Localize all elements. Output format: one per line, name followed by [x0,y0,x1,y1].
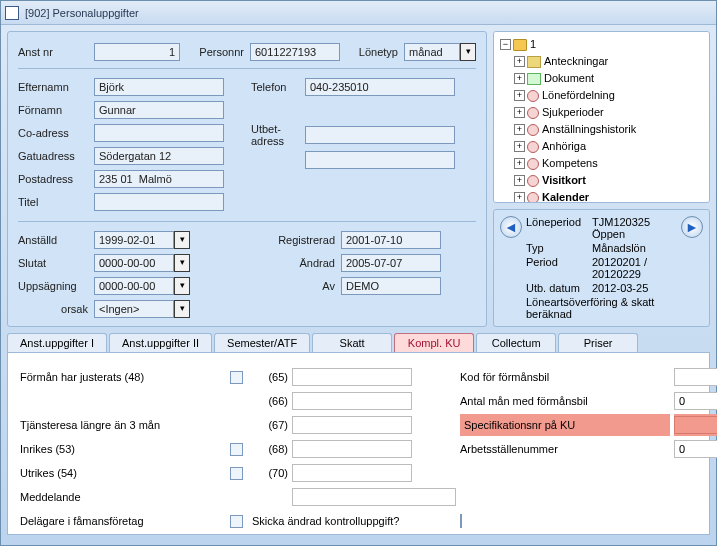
utbetadress1-input[interactable] [305,126,455,144]
prev-period-button[interactable]: ◄ [500,216,522,238]
label-meddelande: Meddelande [20,491,220,503]
uppsagning-dropdown-icon[interactable]: ▾ [174,277,190,295]
delagare-checkbox[interactable] [230,515,243,528]
ppl-icon [527,192,539,204]
label-arbets: Arbetsställenummer [460,443,670,455]
av-field [341,277,441,295]
anstnr-input[interactable] [94,43,180,61]
skicka-checkbox[interactable] [460,514,462,528]
utrikes-checkbox[interactable] [230,467,243,480]
tree-item[interactable]: +Anställningshistorik [514,121,703,138]
tab-semester-atf[interactable]: Semester/ATF [214,333,310,352]
label-70: (70) [252,467,288,479]
expand-icon[interactable]: + [514,124,525,135]
inrikes-checkbox[interactable] [230,443,243,456]
slutat-dropdown-icon[interactable]: ▾ [174,254,190,272]
personnr-input[interactable] [250,43,340,61]
code68-input[interactable] [292,440,412,458]
form-panel: Anst nr Personnr Lönetyp ▾ Efternamn [7,31,487,327]
tree-view[interactable]: − 1 +Anteckningar+Dokument+Lönefördelnin… [493,31,710,203]
forman-checkbox[interactable] [230,371,243,384]
label-registrerad: Registrerad [251,234,341,246]
tree-item[interactable]: +Kompetens [514,155,703,172]
tree-root[interactable]: − 1 [500,36,703,53]
doc-icon [527,73,541,85]
expand-icon[interactable]: + [514,158,525,169]
label-tjansteresa: Tjänsteresa längre än 3 mån [20,419,220,431]
code70-input[interactable] [292,464,412,482]
label-postadress: Postadress [18,173,94,185]
orsak-dropdown-icon[interactable]: ▾ [174,300,190,318]
expand-icon[interactable]: + [514,141,525,152]
expand-icon[interactable]: + [514,107,525,118]
spec-input[interactable] [674,416,717,434]
uppsagning-date[interactable] [94,277,174,295]
value-period: 20120201 / 20120229 [592,256,677,280]
label-orsak: orsak [18,303,94,315]
arbets-input[interactable] [674,440,717,458]
ppl-icon [527,158,539,170]
expand-icon[interactable]: + [514,175,525,186]
label-antal: Antal mån med förmånsbil [460,395,670,407]
label-efternamn: Efternamn [18,81,94,93]
tab-anst-uppgifter-ii[interactable]: Anst.uppgifter II [109,333,212,352]
telefon-input[interactable] [305,78,455,96]
kod-input[interactable] [674,368,717,386]
tree-item[interactable]: +Lönefördelning [514,87,703,104]
tree-item[interactable]: +Anteckningar [514,53,703,70]
antal-input[interactable] [674,392,717,410]
tree-item-label: Kalender [542,189,589,203]
value-loneperiod: TJM120325 Öppen [592,216,677,240]
code65-input[interactable] [292,368,412,386]
utbetadress2-input[interactable] [305,151,455,169]
code66-input[interactable] [292,392,412,410]
efternamn-input[interactable] [94,78,224,96]
anstalld-dropdown-icon[interactable]: ▾ [174,231,190,249]
lonetyp-dropdown-icon[interactable]: ▾ [460,43,476,61]
expand-icon[interactable]: + [514,56,525,67]
orsak-select[interactable] [94,300,174,318]
expand-icon[interactable]: + [514,90,525,101]
tree-item[interactable]: +Dokument [514,70,703,87]
coadress-input[interactable] [94,124,224,142]
tree-item-label: Lönefördelning [542,87,615,104]
lonetyp-select[interactable] [404,43,460,61]
label-anstnr: Anst nr [18,46,94,58]
label-gatuadress: Gatuadress [18,150,94,162]
slutat-date[interactable] [94,254,174,272]
next-period-button[interactable]: ► [681,216,703,238]
label-andrad: Ändrad [251,257,341,269]
tab-collectum[interactable]: Collectum [476,333,556,352]
label-utrikes: Utrikes (54) [20,467,220,479]
gatuadress-input[interactable] [94,147,224,165]
tree-item-label: Anhöriga [542,138,586,155]
code67-input[interactable] [292,416,412,434]
ppl-icon [527,124,539,136]
tree-root-label: 1 [530,36,536,53]
meddelande-input[interactable] [292,488,456,506]
expand-icon[interactable]: + [514,192,525,203]
label-utbetadress: Utbet-adress [251,123,305,147]
expand-icon[interactable]: + [514,73,525,84]
ppl-icon [527,175,539,187]
tree-item[interactable]: +Kalender [514,189,703,203]
tree-item[interactable]: +Anhöriga [514,138,703,155]
collapse-icon[interactable]: − [500,39,511,50]
label-spec: Specifikationsnr på KU [460,414,670,436]
postadress-input[interactable] [94,170,224,188]
tab-kompl-ku[interactable]: Kompl. KU [394,333,474,352]
tab-priser[interactable]: Priser [558,333,638,352]
status-panel: ◄ Löneperiod TJM120325 Öppen Typ Månadsl… [493,209,710,327]
tab-anst-uppgifter-i[interactable]: Anst.uppgifter I [7,333,107,352]
tree-item[interactable]: +Visitkort [514,172,703,189]
tree-item[interactable]: +Sjukperioder [514,104,703,121]
tab-bar: Anst.uppgifter IAnst.uppgifter IISemeste… [7,333,710,353]
tab-skatt[interactable]: Skatt [312,333,392,352]
window-title: [902] Personaluppgifter [25,7,139,19]
label-utbdatum: Utb. datum [526,282,592,294]
label-delagare: Delägare i fåmansföretag [20,515,220,527]
anstalld-date[interactable] [94,231,174,249]
andrad-field [341,254,441,272]
titel-input[interactable] [94,193,224,211]
fornamn-input[interactable] [94,101,224,119]
